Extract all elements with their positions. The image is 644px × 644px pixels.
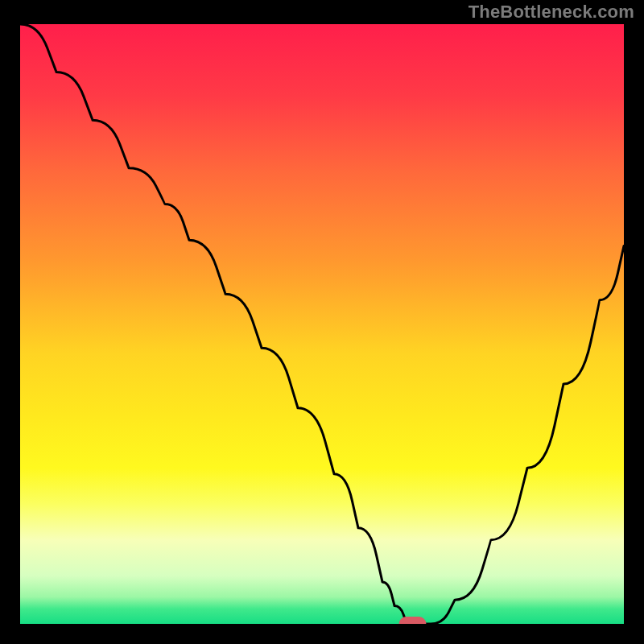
optimal-marker [399,617,427,624]
chart-svg [20,24,624,624]
chart-frame: TheBottleneck.com [0,0,644,644]
gradient-background [20,24,624,624]
plot-area [20,24,624,624]
watermark-text: TheBottleneck.com [469,2,634,23]
